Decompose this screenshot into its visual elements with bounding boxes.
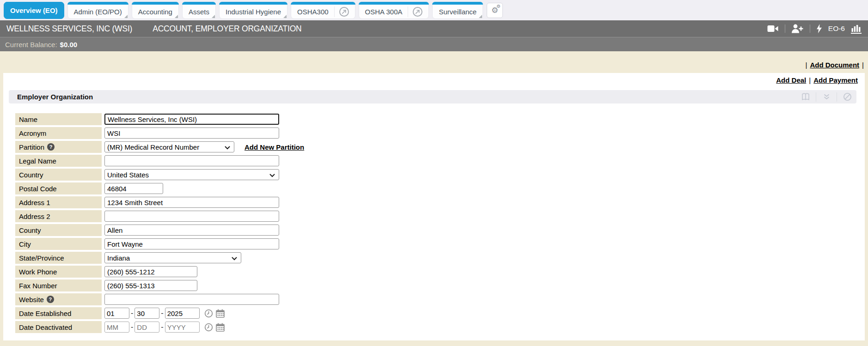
ban-icon[interactable]: [842, 92, 853, 102]
tab-accounting[interactable]: Accounting: [132, 2, 179, 19]
tab-label: Surveillance: [439, 8, 477, 16]
chevron-down-icon: [232, 254, 237, 262]
date-established-month-input[interactable]: [104, 308, 129, 319]
tab-overview-eo[interactable]: Overview (EO): [4, 2, 64, 19]
form-row-state-province: State/Province Indiana: [15, 252, 865, 264]
legal-name-input[interactable]: [104, 155, 279, 166]
calendar-icon[interactable]: [216, 323, 225, 332]
divider: [837, 92, 837, 102]
website-input[interactable]: [104, 294, 279, 305]
form-row-legal-name: Legal Name: [15, 155, 865, 167]
form-row-website: Website?: [15, 293, 865, 305]
tab-label: OSHA300: [297, 8, 329, 16]
city-input[interactable]: [104, 238, 279, 249]
employer-form: Name Acronym Partition? (MR) Medical Rec…: [15, 113, 865, 333]
field-label-state-province: State/Province: [15, 252, 102, 264]
external-link-icon[interactable]: [413, 7, 422, 17]
partition-select[interactable]: (MR) Medical Record Number: [104, 141, 234, 152]
address-2-input[interactable]: [104, 211, 279, 222]
clock-icon[interactable]: [204, 309, 213, 318]
record-header: WELLNESS SERVICES, INC (WSI) ACCOUNT, EM…: [0, 20, 868, 37]
bar-chart-icon[interactable]: [851, 24, 862, 34]
lightning-icon[interactable]: [816, 24, 822, 33]
tab-osha-300a[interactable]: OSHA 300A: [359, 2, 429, 19]
external-link-icon[interactable]: [339, 7, 349, 17]
date-established-year-input[interactable]: [165, 308, 200, 319]
date-deactivated-year-input[interactable]: [165, 322, 200, 333]
form-row-address-1: Address 1: [15, 196, 865, 208]
work-phone-input[interactable]: [104, 266, 197, 277]
divider: [408, 6, 408, 17]
section-title: Employer Organization: [17, 93, 93, 101]
status-badge: EO-6: [828, 24, 845, 33]
form-row-date-deactivated: Date Deactivated - -: [15, 321, 865, 333]
address-1-input[interactable]: [104, 197, 279, 208]
balance-bar: Current Balance: $0.00: [0, 37, 868, 51]
tab-osha300[interactable]: OSHA300: [291, 2, 355, 19]
form-row-fax-number: Fax Number: [15, 279, 865, 291]
form-row-postal-code: Postal Code: [15, 182, 865, 194]
field-label-fax-number: Fax Number: [15, 279, 102, 291]
field-label-address-1: Address 1: [15, 196, 102, 208]
book-icon[interactable]: [800, 92, 811, 102]
acronym-input[interactable]: [104, 127, 279, 139]
header-actions: EO-6: [767, 24, 862, 34]
calendar-icon[interactable]: [216, 309, 225, 318]
form-row-county: County: [15, 224, 865, 236]
tab-surveillance[interactable]: Surveillance: [432, 2, 483, 19]
country-select[interactable]: United States: [104, 169, 279, 180]
tab-label: Assets: [189, 8, 209, 16]
document-links-row: | Add Document |: [0, 51, 868, 73]
add-deal-link[interactable]: Add Deal: [776, 76, 806, 84]
form-row-partition: Partition? (MR) Medical Record Number Ad…: [15, 141, 865, 153]
state-province-select[interactable]: Indiana: [104, 252, 241, 263]
divider: [785, 24, 785, 33]
tab-settings-button[interactable]: ⚙ ⚙: [487, 3, 503, 18]
divider: [816, 92, 816, 102]
add-payment-link[interactable]: Add Payment: [813, 76, 858, 84]
date-deactivated-day-input[interactable]: [134, 322, 159, 333]
tab-label: Admin (EO/PO): [74, 8, 122, 16]
divider: [810, 24, 810, 33]
tab-menu-fold-indicator: [283, 15, 287, 18]
selected-value: United States: [107, 171, 149, 179]
content-panel: Add Deal | Add Payment Employer Organiza…: [3, 73, 865, 340]
county-input[interactable]: [104, 225, 279, 236]
field-label-postal-code: Postal Code: [15, 182, 102, 194]
date-established-day-input[interactable]: [134, 308, 159, 319]
form-row-city: City: [15, 238, 865, 250]
postal-code-input[interactable]: [104, 183, 163, 194]
add-document-link[interactable]: Add Document: [810, 61, 859, 69]
pipe-separator: |: [809, 76, 811, 84]
fax-number-input[interactable]: [104, 280, 197, 291]
form-row-acronym: Acronym: [15, 127, 865, 139]
add-new-partition-link[interactable]: Add New Partition: [245, 143, 304, 151]
name-input[interactable]: [104, 114, 279, 125]
tab-admin-eo-po[interactable]: Admin (EO/PO): [67, 2, 128, 19]
collapse-icon[interactable]: [821, 92, 832, 102]
field-label-address-2: Address 2: [15, 210, 102, 222]
selected-value: (MR) Medical Record Number: [107, 143, 199, 151]
field-label-work-phone: Work Phone: [15, 266, 102, 278]
tab-label: Accounting: [138, 8, 172, 16]
selected-value: Indiana: [107, 254, 130, 262]
date-deactivated-month-input[interactable]: [104, 322, 129, 333]
form-row-name: Name: [15, 113, 865, 125]
tab-menu-fold-indicator: [479, 15, 482, 18]
tab-industrial-hygiene[interactable]: Industrial Hygiene: [219, 2, 287, 19]
help-icon[interactable]: ?: [47, 296, 54, 303]
divider: [334, 6, 335, 17]
form-row-address-2: Address 2: [15, 210, 865, 222]
form-row-country: Country United States: [15, 169, 865, 181]
field-label-date-established: Date Established: [15, 307, 102, 319]
video-camera-icon[interactable]: [767, 25, 779, 32]
help-icon[interactable]: ?: [47, 143, 55, 151]
add-user-icon[interactable]: [791, 24, 804, 33]
clock-icon[interactable]: [204, 323, 213, 332]
chevron-down-icon: [269, 171, 275, 179]
field-label-city: City: [15, 238, 102, 250]
field-label-website: Website?: [15, 293, 102, 305]
tab-menu-fold-indicator: [175, 15, 178, 18]
tab-assets[interactable]: Assets: [182, 2, 216, 19]
tab-menu-fold-indicator: [212, 15, 215, 18]
